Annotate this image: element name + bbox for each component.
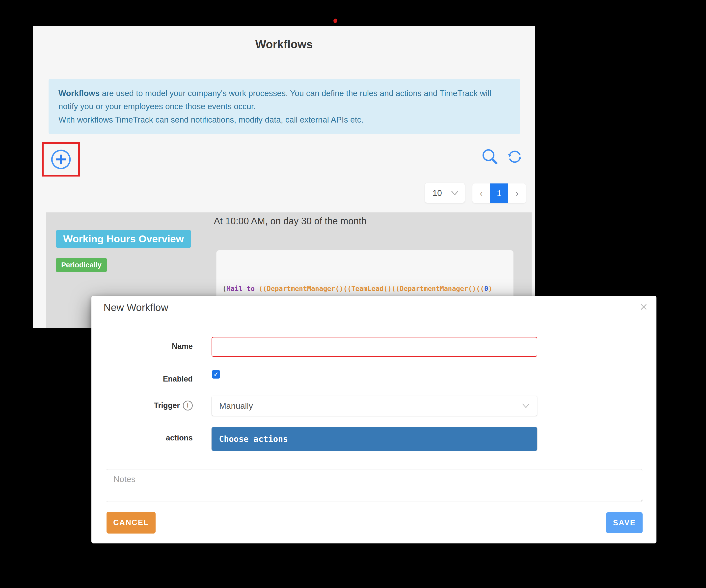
add-button-highlight (42, 142, 80, 176)
cancel-button[interactable]: CANCEL (107, 512, 156, 534)
next-page-button[interactable]: › (508, 183, 526, 203)
pagination: ‹ 1 › (472, 183, 526, 203)
workflow-name-badge: Working Hours Overview (56, 230, 191, 248)
trigger-label-group: Trigger i (91, 401, 193, 411)
chevron-down-icon (450, 190, 460, 196)
workflow-schedule: At 10:00 AM, on day 30 of the month (214, 216, 367, 226)
current-page-button[interactable]: 1 (490, 183, 508, 203)
page-title: Workflows (33, 38, 535, 51)
page-size-select[interactable]: 10 (425, 183, 465, 203)
close-icon: × (640, 300, 648, 314)
info-box-line2: With workflows TimeTrack can send notifi… (58, 115, 363, 124)
plus-icon (50, 149, 72, 170)
close-button[interactable]: × (639, 299, 649, 315)
modal-header-divider (91, 332, 657, 332)
add-workflow-button[interactable] (50, 149, 72, 170)
search-button[interactable] (480, 146, 499, 166)
trigger-select[interactable]: Manually (211, 395, 537, 416)
modal-title: New Workflow (104, 302, 168, 313)
save-button[interactable]: SAVE (606, 512, 642, 533)
trigger-selected-value: Manually (219, 401, 253, 411)
choose-actions-button[interactable]: Choose actions (211, 427, 537, 451)
refresh-icon (507, 149, 523, 165)
name-label: Name (91, 342, 193, 351)
chevron-right-icon: › (516, 188, 518, 198)
search-icon (481, 148, 499, 165)
checkmark-icon: ✓ (213, 371, 219, 378)
info-box: Workflows are used to model your company… (48, 79, 520, 134)
workflows-panel: Workflows Workflows are used to model yo… (33, 26, 535, 328)
prev-page-button[interactable]: ‹ (472, 183, 490, 203)
new-workflow-modal: New Workflow × Name Enabled ✓ Trigger i … (91, 296, 657, 543)
info-box-body: are used to model your company's work pr… (58, 89, 491, 111)
workflow-trigger-badge: Periodically (56, 258, 107, 272)
code-line: (Mail to ((DepartmentManager()((TeamLead… (223, 283, 511, 295)
enabled-label: Enabled (91, 375, 193, 383)
refresh-button[interactable] (506, 148, 524, 165)
info-icon[interactable]: i (183, 401, 193, 411)
chevron-down-icon (521, 403, 531, 409)
enabled-checkbox[interactable]: ✓ (212, 370, 220, 379)
info-box-lead: Workflows (58, 89, 100, 98)
red-dot-annotation (334, 18, 337, 23)
chevron-left-icon: ‹ (480, 188, 482, 198)
notes-textarea[interactable] (106, 469, 643, 502)
page-size-value: 10 (433, 188, 442, 198)
actions-label: actions (91, 433, 193, 443)
trigger-label: Trigger (154, 401, 180, 410)
name-input[interactable] (211, 337, 537, 357)
